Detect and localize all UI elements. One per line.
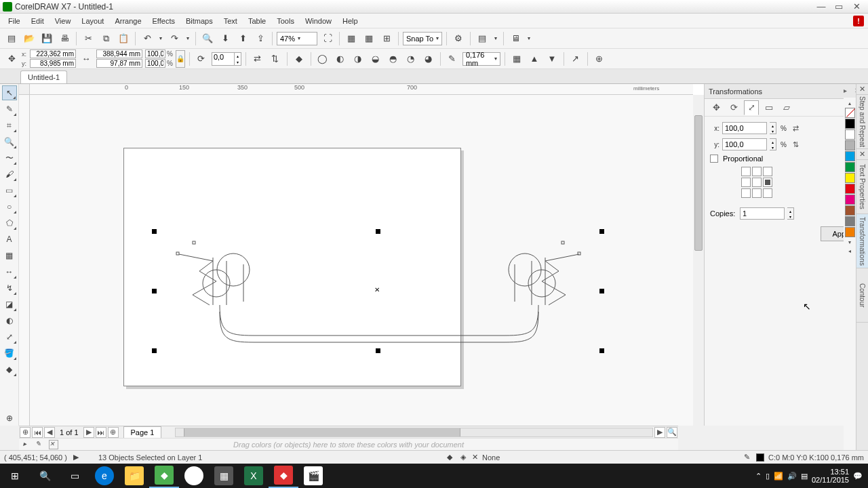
- undo-dropdown[interactable]: ▾: [157, 31, 164, 46]
- mirror-v-button[interactable]: ⇅: [268, 52, 283, 66]
- menu-text[interactable]: Text: [218, 16, 243, 26]
- swatch-green[interactable]: [845, 162, 855, 172]
- docker-scale-x-spinner[interactable]: ▴▾: [770, 122, 776, 134]
- palette-expand[interactable]: ◂: [845, 247, 855, 255]
- anchor-tr[interactable]: [763, 167, 772, 176]
- hint-none-swatch[interactable]: ✕: [49, 440, 58, 449]
- hint-eyedropper[interactable]: ✎: [35, 440, 45, 449]
- open-button[interactable]: 📂: [22, 31, 37, 46]
- menu-view[interactable]: View: [50, 16, 77, 26]
- menu-window[interactable]: Window: [300, 16, 337, 26]
- side-tab-text-properties[interactable]: Text Properties: [856, 160, 868, 214]
- edge-button[interactable]: e: [90, 464, 119, 488]
- outline-icon[interactable]: ✎: [743, 453, 752, 462]
- tray-battery-icon[interactable]: ▯: [766, 472, 770, 481]
- grid-button[interactable]: ▦: [361, 31, 376, 46]
- start-button[interactable]: ⊞: [0, 464, 30, 488]
- ruler-origin[interactable]: [19, 84, 30, 95]
- ellipse-tool[interactable]: ○: [2, 199, 17, 214]
- explorer-button[interactable]: 📁: [119, 464, 149, 488]
- quick-customize-button[interactable]: ⊕: [592, 52, 607, 66]
- tab-scale[interactable]: ⤢: [744, 100, 759, 115]
- connector-tool[interactable]: ↯: [2, 281, 17, 296]
- menu-bitmaps[interactable]: Bitmaps: [180, 16, 218, 26]
- shape-tool[interactable]: ✎: [2, 102, 17, 117]
- menu-arrange[interactable]: Arrange: [109, 16, 146, 26]
- scrollbar-vertical[interactable]: [693, 95, 704, 426]
- menu-file[interactable]: File: [3, 16, 26, 26]
- undo-button[interactable]: ↶: [140, 31, 155, 46]
- excel-button[interactable]: X: [239, 464, 269, 488]
- tray-notifications-icon[interactable]: 💬: [853, 472, 863, 481]
- quick-customize-toolbox[interactable]: ⊕: [2, 411, 17, 426]
- next-page-button[interactable]: ▶: [83, 427, 94, 438]
- mirror-v-icon[interactable]: ⇅: [790, 139, 801, 150]
- launcher-button[interactable]: ▤: [475, 31, 490, 46]
- copy-button[interactable]: ⧉: [98, 31, 113, 46]
- anchor-bl[interactable]: [741, 188, 751, 198]
- redo-button[interactable]: ↷: [167, 31, 182, 46]
- ruler-vertical[interactable]: [19, 95, 30, 426]
- tray-volume-icon[interactable]: 🔊: [787, 472, 797, 481]
- boundary-button[interactable]: ◕: [421, 52, 436, 66]
- rotation-input[interactable]: 0,0 ▴▾: [212, 52, 241, 66]
- drawing-ribbon[interactable]: [152, 230, 606, 352]
- docker-scale-x-input[interactable]: [722, 122, 767, 134]
- drawing-viewport[interactable]: ✕: [30, 95, 693, 426]
- swatch-magenta[interactable]: [845, 195, 855, 205]
- docker-scale-y-spinner[interactable]: ▴▾: [770, 138, 776, 150]
- hint-flyout[interactable]: ▸: [23, 440, 33, 449]
- eyedropper-tool[interactable]: ⤢: [2, 329, 17, 344]
- swatch-orange[interactable]: [845, 227, 855, 237]
- minimize-button[interactable]: —: [812, 1, 830, 13]
- transparency-tool[interactable]: ◐: [2, 313, 17, 328]
- swatch-white[interactable]: [845, 129, 855, 140]
- table-tool[interactable]: ▦: [2, 248, 17, 263]
- new-button[interactable]: ▤: [4, 31, 19, 46]
- anchor-br[interactable]: [763, 188, 772, 198]
- welcome-button[interactable]: 🖥: [508, 31, 523, 46]
- tray-lang-icon[interactable]: ▤: [801, 472, 808, 481]
- wrap-text-button[interactable]: ▦: [509, 52, 524, 66]
- swatch-none[interactable]: [845, 108, 855, 118]
- export-button[interactable]: ⬆: [235, 31, 250, 46]
- smart-fill-tool[interactable]: ◆: [2, 362, 17, 377]
- page-tab-1[interactable]: Page 1: [123, 426, 162, 439]
- crop-tool[interactable]: ⌗: [2, 118, 17, 133]
- first-page-button[interactable]: ⏮: [32, 427, 43, 438]
- simplify-button[interactable]: ◒: [368, 52, 383, 66]
- tray-wifi-icon[interactable]: 📶: [774, 472, 783, 481]
- side-tab-step-repeat[interactable]: Step and Repeat: [856, 95, 868, 149]
- convert-curves-button[interactable]: ↗: [568, 52, 583, 66]
- swatch-brown[interactable]: [845, 205, 855, 216]
- paste-button[interactable]: 📋: [116, 31, 131, 46]
- anchor-ml[interactable]: [741, 178, 751, 187]
- artistic-media-tool[interactable]: 🖌: [2, 167, 17, 182]
- intersect-button[interactable]: ◑: [351, 52, 366, 66]
- zoom-combo[interactable]: 47% ▾: [277, 32, 317, 45]
- polygon-tool[interactable]: ⬠: [2, 216, 17, 230]
- docker-collapse-button[interactable]: ▸: [844, 87, 853, 96]
- menu-table[interactable]: Table: [243, 16, 271, 26]
- to-back-button[interactable]: ▼: [545, 52, 559, 66]
- anchor-mm[interactable]: [752, 178, 762, 187]
- menu-help[interactable]: Help: [337, 16, 363, 26]
- welcome-dropdown[interactable]: ▾: [526, 31, 532, 46]
- tab-rotate[interactable]: ⟳: [726, 100, 741, 115]
- anchor-bm[interactable]: [752, 188, 762, 198]
- mirror-h-button[interactable]: ⇄: [250, 52, 265, 66]
- to-front-button[interactable]: ▲: [527, 52, 542, 66]
- docker-scale-y-input[interactable]: [722, 138, 767, 150]
- palette-down-arrow[interactable]: ▾: [845, 238, 855, 246]
- close-button[interactable]: ✕: [848, 1, 865, 13]
- side-tab-close[interactable]: ✕: [856, 84, 868, 95]
- tray-up-icon[interactable]: ⌃: [755, 472, 762, 481]
- front-minus-back-button[interactable]: ◓: [386, 52, 401, 66]
- maximize-button[interactable]: ▭: [830, 1, 848, 13]
- play-icon[interactable]: ▶: [71, 453, 81, 462]
- outline-color-swatch[interactable]: [756, 453, 764, 462]
- save-button[interactable]: 💾: [39, 31, 54, 46]
- swatch-red[interactable]: [845, 184, 855, 194]
- lock-ratio-button[interactable]: 🔒: [176, 50, 185, 68]
- swatch-grey[interactable]: [845, 140, 855, 150]
